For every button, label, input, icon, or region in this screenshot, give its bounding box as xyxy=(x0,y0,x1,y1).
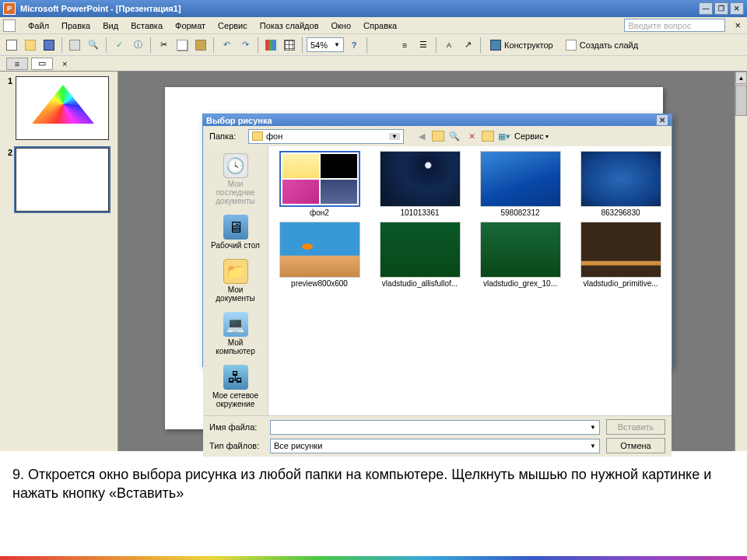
file-name: 598082312 xyxy=(500,208,539,217)
tab-close[interactable]: × xyxy=(62,59,67,68)
menu-view[interactable]: Вид xyxy=(96,19,124,32)
slide-item-2[interactable]: 2 xyxy=(3,148,114,212)
place-recent[interactable]: 🕓Мои последние документы xyxy=(206,149,265,209)
place-network[interactable]: 🖧Мое сетевое окружение xyxy=(206,361,265,412)
place-mycomp[interactable]: 💻Мой компьютер xyxy=(206,308,265,359)
file-item[interactable]: vladstudio_primitive... xyxy=(574,222,667,288)
tab-slides[interactable]: ▭ xyxy=(31,58,53,70)
file-item[interactable]: vladstudio_grex_10... xyxy=(474,222,566,288)
back-icon[interactable]: ◀ xyxy=(415,129,429,143)
minimize-button[interactable]: — xyxy=(699,2,713,15)
menu-slideshow[interactable]: Показ слайдов xyxy=(254,19,325,32)
insert-button[interactable]: Вставить xyxy=(606,419,665,435)
open-icon[interactable] xyxy=(22,37,39,54)
place-desktop[interactable]: 🖥Рабочий стол xyxy=(206,211,265,254)
instruction-caption: 9. Откроется окно выбора рисунка из любо… xyxy=(0,451,747,511)
newfolder-icon[interactable] xyxy=(482,131,494,142)
dialog-body: 🕓Мои последние документы 🖥Рабочий стол 📁… xyxy=(203,146,672,415)
slide-item-1[interactable]: 1 xyxy=(3,76,114,140)
font-size-icon[interactable]: A xyxy=(440,37,458,54)
filetype-label: Тип файлов: xyxy=(209,441,264,450)
spell-icon[interactable]: ✓ xyxy=(110,37,128,54)
cancel-button[interactable]: Отмена xyxy=(606,438,665,453)
chevron-down-icon: ▼ xyxy=(389,133,400,140)
file-item[interactable]: 863296830 xyxy=(574,151,667,217)
zoom-value: 54% xyxy=(310,40,328,50)
scroll-thumb[interactable] xyxy=(735,85,747,116)
file-name: vladstudio_allisfullof... xyxy=(382,279,458,288)
save-icon[interactable] xyxy=(40,37,58,54)
doc-close-button[interactable]: × xyxy=(731,19,744,31)
file-name: фон2 xyxy=(310,208,329,217)
views-icon[interactable]: ▦▾ xyxy=(497,129,511,143)
designer-button[interactable]: Конструктор xyxy=(485,37,559,54)
delete-icon[interactable]: ✕ xyxy=(465,129,479,143)
new-slide-button[interactable]: Создать слайд xyxy=(560,37,644,54)
chart-icon[interactable] xyxy=(262,37,279,54)
menu-edit[interactable]: Правка xyxy=(55,19,96,32)
thumbnail-grid: фон2 101013361 598082312 863296830 previ… xyxy=(273,151,667,288)
restore-button[interactable]: ❐ xyxy=(714,2,728,15)
arrow-icon[interactable]: ↗ xyxy=(459,37,476,54)
file-name: 101013361 xyxy=(400,208,439,217)
menu-help[interactable]: Справка xyxy=(357,19,403,32)
separator xyxy=(436,37,437,53)
paste-icon[interactable] xyxy=(192,37,209,54)
place-mydocs[interactable]: 📁Мои документы xyxy=(206,255,265,306)
bullets-icon[interactable]: ☰ xyxy=(415,37,432,54)
file-item[interactable]: 598082312 xyxy=(474,151,566,217)
file-item[interactable]: preview800x600 xyxy=(273,222,366,288)
slide-canvas[interactable]: Выбор рисунка ✕ Папка: фон ▼ ◀ 🔍 ✕ xyxy=(165,87,663,429)
question-input[interactable]: Введите вопрос xyxy=(624,19,725,32)
title-bar: P Microsoft PowerPoint - [Презентация1] … xyxy=(0,0,747,17)
slide-number: 1 xyxy=(3,76,12,140)
menu-window[interactable]: Окно xyxy=(325,19,358,32)
separator xyxy=(366,37,367,53)
help-icon[interactable]: ? xyxy=(345,37,363,54)
slide-thumb[interactable] xyxy=(16,76,109,140)
designer-label: Конструктор xyxy=(504,40,553,50)
dialog-title: Выбор рисунка xyxy=(206,116,272,125)
table-icon[interactable] xyxy=(281,37,298,54)
cut-icon[interactable]: ✂ xyxy=(155,37,172,54)
doc-icon xyxy=(3,19,16,32)
file-area: фон2 101013361 598082312 863296830 previ… xyxy=(268,146,672,415)
filetype-value: Все рисунки xyxy=(274,441,322,450)
close-button[interactable]: ✕ xyxy=(730,2,744,15)
search-icon[interactable]: 🔍 xyxy=(447,129,461,143)
scroll-up-icon[interactable]: ▲ xyxy=(735,72,747,84)
service-dropdown[interactable]: Сервис▾ xyxy=(514,129,549,143)
menu-insert[interactable]: Вставка xyxy=(124,19,169,32)
slide-thumb[interactable] xyxy=(16,148,109,212)
up-icon[interactable] xyxy=(432,131,444,142)
file-item[interactable]: фон2 xyxy=(273,151,366,217)
file-item[interactable]: 101013361 xyxy=(374,151,466,217)
filename-combo[interactable]: ▼ xyxy=(270,420,600,435)
undo-icon[interactable]: ↶ xyxy=(218,37,235,54)
zoom-combo[interactable]: 54%▼ xyxy=(307,37,344,52)
file-item[interactable]: vladstudio_allisfullof... xyxy=(374,222,466,288)
vertical-scrollbar[interactable]: ▲ xyxy=(735,72,747,451)
new-icon[interactable] xyxy=(3,37,20,54)
research-icon[interactable]: ⓘ xyxy=(129,37,146,54)
separator xyxy=(258,37,258,53)
separator xyxy=(61,37,62,53)
file-name: 863296830 xyxy=(601,208,640,217)
app-title: Microsoft PowerPoint - [Презентация1] xyxy=(20,4,699,13)
dialog-close-button[interactable]: ✕ xyxy=(656,114,668,126)
tab-outline[interactable]: ≡ xyxy=(6,58,28,70)
separator xyxy=(106,37,107,53)
folder-combo[interactable]: фон ▼ xyxy=(248,129,404,144)
main-area: 1 2 Выбор рисунка ✕ Папка: фон ▼ xyxy=(0,72,747,451)
align-left-icon[interactable]: ≡ xyxy=(396,37,413,54)
menu-format[interactable]: Формат xyxy=(169,19,212,32)
menu-file[interactable]: Файл xyxy=(22,19,55,32)
separator xyxy=(302,37,303,53)
app-icon: P xyxy=(3,2,16,15)
redo-icon[interactable]: ↷ xyxy=(237,37,254,54)
preview-icon[interactable]: 🔍 xyxy=(85,37,102,54)
menu-tools[interactable]: Сервис xyxy=(212,19,254,32)
copy-icon[interactable] xyxy=(174,37,191,54)
print-icon[interactable] xyxy=(66,37,83,54)
filetype-combo[interactable]: Все рисунки▼ xyxy=(270,439,600,453)
